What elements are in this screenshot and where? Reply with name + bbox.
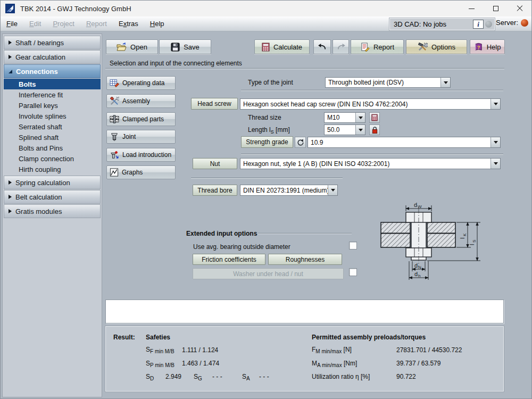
- extended-options-line: [258, 233, 352, 234]
- info-button[interactable]: i: [473, 20, 484, 29]
- report-button[interactable]: Report: [351, 39, 404, 54]
- length-lock-button[interactable]: [369, 124, 380, 135]
- menu-project[interactable]: Project: [47, 16, 80, 31]
- sidebar-item-splined-shaft[interactable]: Splined shaft: [4, 132, 101, 143]
- sidebar-item-serrated-shaft[interactable]: Serrated shaft: [4, 121, 101, 132]
- load-introduction-button[interactable]: Load introduction: [106, 148, 176, 162]
- app-logo-icon: [5, 4, 15, 13]
- menu-edit[interactable]: Edit: [23, 16, 47, 31]
- dropdown-arrow-icon[interactable]: [491, 159, 500, 169]
- head-screw-value: Hexagon socket head cap screw (DIN EN IS…: [240, 101, 491, 108]
- length-dropdown[interactable]: 50.0: [324, 124, 365, 135]
- sidebar-group-spring-calculation[interactable]: Spring calculation: [4, 176, 101, 189]
- strength-grade-dropdown[interactable]: 10.9: [307, 137, 501, 148]
- washer-button[interactable]: Washer under head / nut: [193, 268, 344, 279]
- menu-file[interactable]: File: [1, 16, 23, 31]
- separator-line: [191, 178, 343, 179]
- sidebar-group-gear-calculation[interactable]: Gear calculation: [4, 50, 101, 64]
- minimize-button[interactable]: [460, 1, 484, 16]
- sidebar-item-involute-splines[interactable]: Involute splines: [4, 111, 101, 121]
- nut-dropdown[interactable]: Hexagon nut, style 1 (A B) (DIN EN ISO 4…: [240, 158, 501, 169]
- sidebar-item-hirth-coupling[interactable]: Hirth coupling: [4, 164, 101, 174]
- sidebar-group-connections[interactable]: Connections: [4, 64, 101, 78]
- maximize-button[interactable]: [484, 1, 508, 16]
- sidebar: Shaft / bearings Gear calculation Connec…: [2, 34, 102, 397]
- thread-size-calculator-button[interactable]: [369, 112, 380, 123]
- dropdown-arrow-icon[interactable]: [491, 99, 500, 109]
- sidebar-group-shaft-bearings[interactable]: Shaft / bearings: [4, 36, 101, 49]
- dropdown-arrow-icon[interactable]: [440, 78, 450, 87]
- length-label: Length lS [mm]: [248, 126, 290, 135]
- head-screw-dropdown[interactable]: Hexagon socket head cap screw (DIN EN IS…: [240, 98, 501, 110]
- sidebar-item-clamp-connection[interactable]: Clamp connection: [4, 153, 101, 164]
- svg-text:d: d: [414, 271, 418, 277]
- collapsed-icon: [9, 40, 12, 45]
- head-screw-button[interactable]: Head screw: [191, 98, 238, 110]
- clamped-parts-button[interactable]: Clamped parts: [106, 112, 176, 126]
- utilization-value: 90.722: [396, 373, 416, 380]
- options-button[interactable]: Options: [406, 39, 467, 54]
- friction-coefficients-button[interactable]: Friction coefficients: [193, 254, 265, 265]
- help-button[interactable]: ? Help: [470, 39, 505, 54]
- undo-icon: [318, 43, 327, 51]
- sidebar-item-bolts-and-pins[interactable]: Bolts and Pins: [4, 143, 101, 153]
- open-folder-icon: [117, 43, 127, 52]
- menu-extras[interactable]: Extras: [113, 16, 144, 31]
- joint-type-dropdown[interactable]: Through bolted joint (DSV): [325, 77, 451, 88]
- washer-checkbox[interactable]: [349, 268, 357, 276]
- joint-button[interactable]: Joint: [106, 130, 176, 144]
- operating-data-icon: [110, 79, 119, 87]
- sidebar-item-parallel-keys[interactable]: Parallel keys: [4, 100, 101, 111]
- open-button[interactable]: Open: [106, 39, 158, 54]
- thread-bore-dropdown[interactable]: DIN EN 20273:1991 (medium): [240, 185, 338, 196]
- menu-help[interactable]: Help: [144, 16, 170, 31]
- message-box: [105, 300, 504, 323]
- calculator-icon: [262, 43, 270, 52]
- sidebar-item-interference-fit[interactable]: Interference fit: [4, 89, 101, 100]
- roughnesses-button[interactable]: Roughnesses: [268, 254, 342, 265]
- dropdown-arrow-icon[interactable]: [491, 137, 500, 147]
- close-button[interactable]: [508, 1, 531, 16]
- sidebar-group-gratis-modules[interactable]: Gratis modules: [4, 204, 101, 218]
- thread-bore-button[interactable]: Thread bore: [193, 185, 237, 196]
- dropdown-arrow-icon[interactable]: [355, 125, 365, 135]
- help-book-icon: ?: [474, 43, 483, 52]
- utilization-label: Utilization ratio η [%]: [312, 373, 370, 380]
- dropdown-arrow-icon[interactable]: [328, 185, 337, 195]
- length-value: 50.0: [325, 126, 355, 134]
- sp-value: 1.463 / 1.474: [182, 360, 219, 367]
- redo-button[interactable]: [332, 39, 349, 54]
- avg-bearing-checkbox[interactable]: [349, 242, 357, 250]
- sidebar-item-bolts[interactable]: Bolts: [4, 79, 101, 89]
- section-title: Selection and input of the connecting el…: [110, 60, 242, 67]
- nut-value: Hexagon nut, style 1 (A B) (DIN EN ISO 4…: [240, 160, 491, 168]
- assembly-button[interactable]: Assembly: [106, 94, 176, 108]
- dropdown-arrow-icon[interactable]: [355, 113, 365, 122]
- options-tools-icon: [418, 43, 428, 52]
- sa-label: SA: [242, 373, 250, 381]
- graphs-button[interactable]: Graphs: [106, 165, 176, 179]
- report-document-icon: [360, 43, 370, 52]
- save-button[interactable]: Save: [159, 39, 211, 54]
- thread-size-dropdown[interactable]: M10: [324, 112, 365, 123]
- menu-report[interactable]: Report: [80, 16, 113, 31]
- expanded-icon: [9, 70, 12, 73]
- sg-label: SG: [194, 373, 202, 381]
- result-panel: Result: Safeties SF min M/B 1.111 / 1.12…: [105, 326, 504, 392]
- operating-data-button[interactable]: Operating data: [106, 76, 176, 90]
- nut-button[interactable]: Nut: [193, 158, 237, 169]
- svg-text:W: W: [418, 204, 422, 209]
- strength-grade-refresh-button[interactable]: [295, 137, 306, 148]
- sidebar-group-belt-calculation[interactable]: Belt calculation: [4, 190, 101, 204]
- collapsed-icon: [9, 55, 12, 59]
- separator-line: [241, 154, 503, 155]
- calculate-button[interactable]: Calculate: [254, 39, 310, 54]
- sd-value: 2.949: [165, 373, 181, 380]
- collapsed-icon: [9, 195, 12, 199]
- cad-status-indicator: [485, 21, 492, 28]
- maximize-icon: [493, 6, 498, 11]
- menu-bar: File Edit Project Report Extras Help 3D …: [1, 16, 531, 31]
- undo-button[interactable]: [313, 39, 331, 54]
- section-divider: [105, 68, 504, 69]
- strength-grade-button[interactable]: Strength grade: [241, 136, 293, 148]
